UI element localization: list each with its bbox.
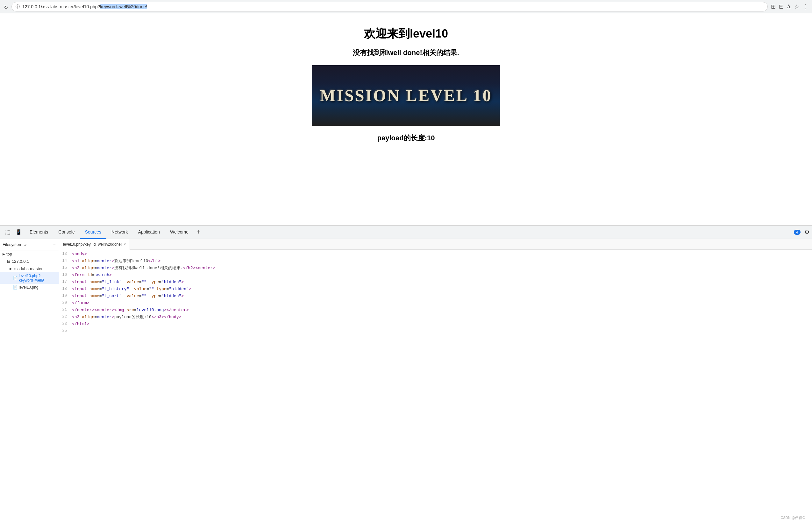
line-content: <input name="t_history" value="" type="h… (72, 286, 812, 293)
file-icon: 📄 (13, 276, 17, 280)
tab-console[interactable]: Console (53, 226, 80, 239)
line-content: <input name="t_sort" value="" type="hidd… (72, 293, 812, 300)
line-content: <form id=search> (72, 272, 812, 279)
sidebar-header-actions: ··· (53, 242, 57, 247)
watermark: CSDN @伍佰鱼 (781, 515, 806, 520)
url-selected: keyword=well%20done! (100, 4, 147, 9)
sidebar-more-icon[interactable]: ··· (53, 242, 57, 247)
page-content: 欢迎来到level10 没有找到和well done!相关的结果. Missio… (0, 13, 812, 223)
browser-bar: ↻ ⓘ 127.0.0.1/xss-labs-master/level10.ph… (0, 0, 812, 13)
favorites-icon[interactable]: ☆ (794, 3, 799, 10)
mission-image: Mission Level 10 (312, 65, 500, 126)
code-line: 19 <input name="t_sort" value="" type="h… (59, 293, 812, 300)
tab-add-button[interactable]: + (194, 228, 204, 236)
code-line: 18 <input name="t_history" value="" type… (59, 286, 812, 293)
grid-icon[interactable]: ⊞ (771, 3, 776, 10)
line-content: <body> (72, 251, 812, 258)
sidebar-item-label: 127.0.0.1 (12, 259, 29, 264)
tab-application[interactable]: Application (133, 226, 165, 239)
page-payload: payload的长度:10 (377, 133, 435, 143)
code-tab-active[interactable]: level10.php?key...d=well%20done! × (59, 239, 130, 250)
tab-sources[interactable]: Sources (80, 226, 106, 239)
address-bar[interactable]: ⓘ 127.0.0.1/xss-labs-master/level10.php?… (12, 2, 768, 12)
sidebar: Filesystem » ··· ▶ top 🖥 127.0.0.1 ▶ xss… (0, 239, 59, 524)
url-prefix: 127.0.0.1/xss-labs-master/level10.php? (22, 4, 100, 9)
line-content: </html> (72, 321, 812, 328)
code-line: 16 <form id=search> (59, 272, 812, 279)
browser-actions: ⊞ ⊟ 𝐀 ☆ ⋮ (771, 3, 808, 10)
tab-welcome[interactable]: Welcome (165, 226, 194, 239)
line-number: 22 (59, 314, 72, 320)
code-line: 13 <body> (59, 251, 812, 258)
line-number: 25 (59, 328, 72, 334)
devtools-body: Filesystem » ··· ▶ top 🖥 127.0.0.1 ▶ xss… (0, 239, 812, 524)
line-content: </center><center><img src=level10.png></… (72, 307, 812, 314)
line-content: <input name="t_link" value="" type="hidd… (72, 279, 812, 286)
settings-icon[interactable]: ⚙ (805, 229, 810, 236)
code-line: 21 </center><center><img src=level10.png… (59, 307, 812, 314)
mission-image-text: Mission Level 10 (320, 86, 492, 105)
layout-icon[interactable]: ⊟ (779, 3, 784, 10)
line-number: 23 (59, 321, 72, 327)
line-number: 21 (59, 307, 72, 313)
line-number: 18 (59, 286, 72, 292)
devtools-right-icons: 4 ⚙ (794, 229, 810, 236)
browser-controls: ↻ (4, 4, 8, 9)
sidebar-item-level10-png[interactable]: 📄 level10.png (0, 284, 59, 291)
sidebar-item-label: level10.php?keyword=well9 (19, 274, 57, 282)
file-icon: 📄 (13, 285, 17, 290)
line-content: </form> (72, 300, 812, 307)
devtools-tab-bar: ⬚ 📱 Elements Console Sources Network App… (0, 226, 812, 239)
line-number: 17 (59, 279, 72, 285)
devtools-device-icon[interactable]: 📱 (13, 229, 25, 235)
code-line: 23 </html> (59, 321, 812, 328)
address-bar-text[interactable]: 127.0.0.1/xss-labs-master/level10.php?ke… (22, 4, 764, 9)
line-content: <h3 align=center>payload的长度:10</h3></bod… (72, 314, 812, 321)
line-number: 14 (59, 258, 72, 264)
badge-count: 4 (794, 230, 800, 235)
lock-icon: ⓘ (16, 4, 20, 10)
page-subtitle: 没有找到和well done!相关的结果. (353, 48, 459, 58)
arrow-icon: ▶ (2, 252, 5, 256)
code-content[interactable]: 13 <body> 14 <h1 align=center>欢迎来到level1… (59, 250, 812, 524)
reload-button[interactable]: ↻ (4, 4, 8, 9)
arrow-icon: ▶ (10, 267, 12, 271)
sidebar-item-ip[interactable]: 🖥 127.0.0.1 (0, 258, 59, 265)
sidebar-header: Filesystem » ··· (0, 239, 59, 250)
line-number: 15 (59, 265, 72, 271)
line-number: 19 (59, 293, 72, 299)
sidebar-item-label: top (6, 252, 12, 257)
page-title: 欢迎来到level10 (364, 26, 448, 42)
filesystem-label: Filesystem (2, 242, 22, 247)
sidebar-expand-icon[interactable]: » (24, 242, 27, 247)
line-number: 16 (59, 272, 72, 278)
close-tab-button[interactable]: × (124, 242, 126, 247)
code-line: 22 <h3 align=center>payload的长度:10</h3></… (59, 314, 812, 321)
sidebar-item-folder[interactable]: ▶ xss-labs-master (0, 265, 59, 272)
devtools-panel: ⬚ 📱 Elements Console Sources Network App… (0, 225, 812, 524)
code-line: 15 <h2 align=center>没有找到和well done!相关的结果… (59, 265, 812, 272)
sidebar-item-level10-php[interactable]: 📄 level10.php?keyword=well9 (0, 272, 59, 284)
sidebar-item-label: xss-labs-master (13, 266, 43, 271)
code-line: 20 </form> (59, 300, 812, 307)
line-number: 13 (59, 251, 72, 257)
code-panel: level10.php?key...d=well%20done! × 13 <b… (59, 239, 812, 524)
code-tab-bar: level10.php?key...d=well%20done! × (59, 239, 812, 250)
sidebar-item-top[interactable]: ▶ top (0, 250, 59, 258)
line-content: <h1 align=center>欢迎来到level10</h1> (72, 258, 812, 265)
line-content: <h2 align=center>没有找到和well done!相关的结果.</… (72, 265, 812, 272)
menu-icon[interactable]: ⋮ (802, 3, 808, 10)
code-tab-label: level10.php?key...d=well%20done! (63, 242, 122, 247)
devtools-inspect-icon[interactable]: ⬚ (2, 229, 13, 236)
folder-icon: 🖥 (6, 259, 11, 264)
tab-network[interactable]: Network (106, 226, 133, 239)
code-line: 17 <input name="t_link" value="" type="h… (59, 279, 812, 286)
font-icon[interactable]: 𝐀 (787, 3, 791, 10)
code-line: 14 <h1 align=center>欢迎来到level10</h1> (59, 258, 812, 265)
tab-elements[interactable]: Elements (25, 226, 53, 239)
sidebar-item-label: level10.png (19, 285, 38, 290)
line-number: 20 (59, 300, 72, 306)
code-line: 25 (59, 328, 812, 335)
